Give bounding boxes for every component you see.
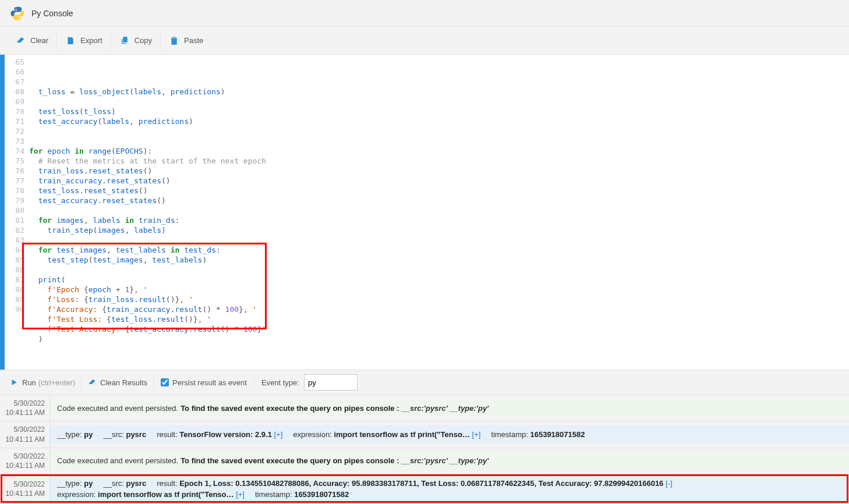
result-row: 5/30/202210:41:11 AM__type: py__src: pys…: [0, 474, 849, 504]
app-title: Py Console: [31, 9, 73, 18]
expand-toggle[interactable]: [+]: [470, 430, 480, 439]
code-line: f'Epoch {epoch + 1}, ': [29, 285, 849, 294]
code-line: for epoch in range(EPOCHS):: [29, 146, 849, 156]
code-line: test_accuracy.reset_states(): [29, 196, 849, 205]
result-field: __type: py: [57, 430, 93, 439]
code-line: f'Accuracy: {train_accuracy.result() * 1…: [29, 304, 849, 314]
expand-toggle[interactable]: [+]: [272, 430, 282, 439]
result-field: timestamp: 1653918071582: [491, 430, 585, 439]
result-timestamp: 5/30/202210:41:11 AM: [0, 448, 50, 474]
code-line: train_accuracy.reset_states(): [29, 176, 849, 186]
code-line: test_step(test_images, test_labels): [29, 255, 849, 265]
copy-button[interactable]: Copy: [111, 32, 161, 49]
editor-pad: [0, 346, 849, 370]
event-type-input[interactable]: [304, 374, 358, 391]
python-logo-icon: [9, 5, 26, 22]
event-type-wrap: Event type:: [254, 374, 365, 391]
result-field: timestamp: 1653918071582: [255, 490, 349, 499]
editor-left-bar: [0, 55, 5, 346]
clipboard-icon: [169, 36, 179, 46]
result-timestamp: 5/30/202210:41:11 AM: [0, 395, 50, 421]
code-line: [29, 235, 849, 245]
code-line: test_loss.reset_states(): [29, 186, 849, 196]
result-body: Code executed and event persisted. To fi…: [50, 399, 849, 417]
code-line: t_loss = loss_object(labels, predictions…: [29, 87, 849, 97]
code-line: f'Test Accuracy: {test_accuracy.result()…: [29, 324, 849, 334]
result-field: result: TensorFlow version: 2.9.1 [+]: [157, 430, 282, 439]
code-line: [29, 265, 849, 275]
app-header: Py Console: [0, 0, 849, 27]
result-field: __src: pysrc: [103, 430, 146, 439]
save-icon: [65, 36, 76, 46]
code-line: test_accuracy(labels, predictions): [29, 116, 849, 126]
result-timestamp: 5/30/202210:41:11 AM: [0, 476, 50, 502]
persist-checkbox-wrap: Persist result as event: [154, 378, 254, 387]
result-field: __src: pysrc: [103, 479, 146, 488]
expand-toggle[interactable]: [+]: [234, 490, 245, 499]
result-row: 5/30/202210:41:11 AMCode executed and ev…: [0, 448, 849, 474]
run-toolbar: Run (ctrl+enter) Clean Results Persist r…: [0, 370, 849, 395]
expand-toggle[interactable]: [-]: [663, 479, 672, 488]
result-row: 5/30/202210:41:11 AM__type: py__src: pys…: [0, 421, 849, 448]
clear-button[interactable]: Clear: [7, 32, 57, 49]
copy-icon: [119, 36, 130, 46]
code-line: train_step(images, labels): [29, 225, 849, 235]
result-field: result: Epoch 1, Loss: 0.134551048278808…: [157, 479, 672, 488]
code-line: f'Loss: {train_loss.result()}, ': [29, 294, 849, 304]
result-body: __type: py__src: pysrcresult: Epoch 1, L…: [50, 474, 849, 503]
result-body: __type: py__src: pysrcresult: TensorFlow…: [50, 425, 849, 443]
result-body: Code executed and event persisted. To fi…: [50, 452, 849, 470]
main-toolbar: Clear Export Copy Paste: [0, 27, 849, 55]
run-button[interactable]: Run (ctrl+enter): [3, 374, 82, 391]
persist-checkbox[interactable]: [161, 378, 169, 386]
code-line: for images, labels in train_ds:: [29, 215, 849, 225]
clean-results-button[interactable]: Clean Results: [82, 374, 154, 391]
eraser-icon: [15, 36, 26, 46]
results-panel: 5/30/202210:41:11 AMCode executed and ev…: [0, 395, 849, 504]
code-line: [29, 205, 849, 215]
result-row: 5/30/202210:41:11 AMCode executed and ev…: [0, 395, 849, 421]
code-line: ): [29, 334, 849, 344]
code-line: [29, 136, 849, 146]
code-line: for test_images, test_labels in test_ds:: [29, 245, 849, 255]
code-line: [29, 126, 849, 136]
code-line: test_loss(t_loss): [29, 107, 849, 116]
event-type-label: Event type:: [261, 378, 299, 387]
result-field: __type: py: [57, 479, 93, 488]
code-line: f'Test Loss: {test_loss.result()}, ': [29, 314, 849, 324]
play-icon: [9, 378, 19, 387]
result-timestamp: 5/30/202210:41:11 AM: [0, 421, 50, 447]
line-number-gutter: 6566676869707172737475767778798081828384…: [5, 55, 29, 346]
export-button[interactable]: Export: [57, 32, 111, 49]
code-line: train_loss.reset_states(): [29, 166, 849, 176]
code-editor[interactable]: 6566676869707172737475767778798081828384…: [0, 55, 849, 346]
code-line: print(: [29, 275, 849, 285]
eraser-icon: [87, 378, 97, 387]
paste-button[interactable]: Paste: [161, 32, 211, 49]
code-line: [29, 97, 849, 107]
code-content[interactable]: t_loss = loss_object(labels, predictions…: [29, 55, 849, 346]
code-line: # Reset the metrics at the start of the …: [29, 156, 849, 166]
result-field: expression: import tensorflow as tf prin…: [57, 490, 245, 499]
result-field: expression: import tensorflow as tf prin…: [293, 430, 480, 439]
persist-label: Persist result as event: [172, 378, 247, 387]
